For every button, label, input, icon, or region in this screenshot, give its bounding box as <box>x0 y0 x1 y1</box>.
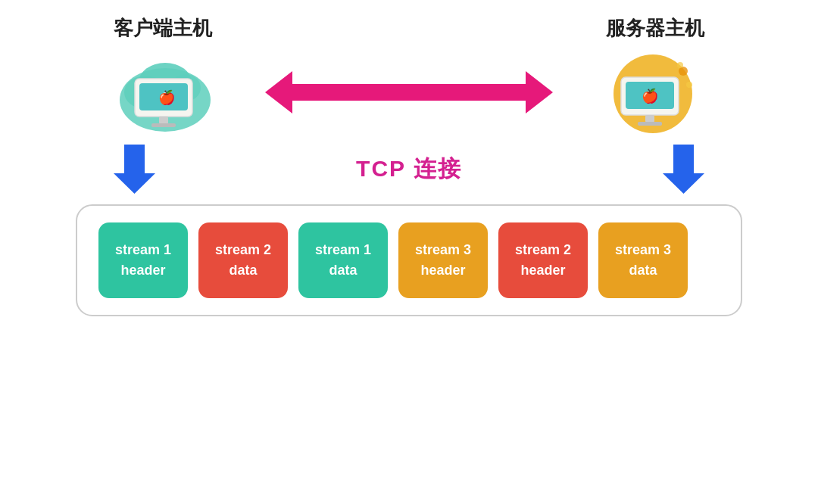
svg-rect-18 <box>638 122 662 126</box>
right-down-arrow <box>663 145 704 194</box>
svg-rect-17 <box>645 115 654 123</box>
svg-point-12 <box>686 82 692 88</box>
client-computer-icon:  🍎 <box>114 48 220 135</box>
streams-container: stream 1 header stream 2 data stream 1 d… <box>76 204 742 316</box>
stream-box-4-line1: stream 3 <box>415 242 471 258</box>
stream-box-3: stream 1 data <box>298 222 388 298</box>
stream-box-4: stream 3 header <box>398 222 488 298</box>
stream-box-3-line2: data <box>329 263 357 278</box>
stream-box-3-line1: stream 1 <box>315 242 371 258</box>
server-label: 服务器主机 <box>606 15 704 42</box>
svg-rect-9 <box>151 123 176 127</box>
client-label: 客户端主机 <box>114 15 212 42</box>
stream-box-6-line1: stream 3 <box>615 242 671 258</box>
stream-box-6-line2: data <box>629 263 657 278</box>
stream-box-1: stream 1 header <box>98 222 188 298</box>
stream-box-4-line2: header <box>420 263 465 278</box>
stream-box-2-line2: data <box>229 263 257 278</box>
stream-box-5: stream 2 header <box>498 222 588 298</box>
svg-text:🍎: 🍎 <box>158 89 176 106</box>
left-down-arrow <box>114 145 155 194</box>
svg-text:🍎: 🍎 <box>642 88 659 104</box>
stream-box-2-line1: stream 2 <box>215 242 271 258</box>
stream-box-5-line1: stream 2 <box>515 242 571 258</box>
stream-box-6: stream 3 data <box>598 222 688 298</box>
server-computer-icon: 🍎 <box>598 48 704 135</box>
diagram-container: 客户端主机 服务器主机  🍎 <box>0 0 818 504</box>
stream-box-2: stream 2 data <box>198 222 288 298</box>
bidirectional-arrow <box>265 71 553 114</box>
svg-marker-20 <box>663 145 704 194</box>
arrow-body <box>292 84 526 101</box>
arrow-right-head <box>526 71 553 114</box>
tcp-connection-label: TCP 连接 <box>356 154 462 185</box>
stream-box-5-line2: header <box>520 263 565 278</box>
svg-marker-19 <box>114 145 155 194</box>
svg-point-13 <box>677 62 683 68</box>
arrow-left-head <box>265 71 292 114</box>
svg-rect-8 <box>159 117 168 124</box>
stream-box-1-line1: stream 1 <box>115 242 171 258</box>
stream-box-1-line2: header <box>120 263 165 278</box>
